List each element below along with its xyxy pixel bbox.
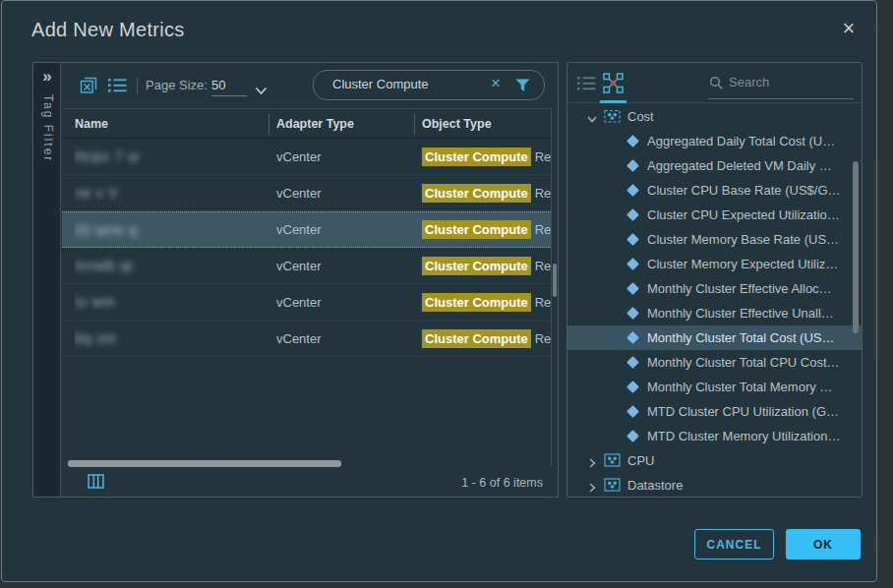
tree-metric-item[interactable]: Monthly Cluster Total CPU Cost… xyxy=(567,350,862,375)
column-divider[interactable] xyxy=(268,114,269,135)
object-table: Page Size: 50 Cluster Compute × xyxy=(62,63,558,497)
adapter-type-cell: vCenter xyxy=(276,212,404,247)
export-grid-icon[interactable] xyxy=(79,76,98,99)
expand-tag-filter-icon[interactable]: » xyxy=(33,67,61,87)
tree-vertical-scrollbar[interactable] xyxy=(853,161,859,333)
column-header-object[interactable]: Object Type xyxy=(422,109,492,138)
adapter-type-cell: vCenter xyxy=(276,175,404,210)
table-search-input[interactable]: Cluster Compute × xyxy=(313,70,545,100)
filter-funnel-icon[interactable] xyxy=(515,79,530,96)
chevron-right-icon[interactable] xyxy=(587,481,597,491)
tree-metric-item-selected[interactable]: Monthly Cluster Total Cost (US… xyxy=(567,325,862,350)
object-type-rest: Re… xyxy=(535,259,551,273)
table-row[interactable]: rw v V vCenter Cluster ComputeRe… xyxy=(62,175,551,211)
tree-search-input[interactable]: Search xyxy=(729,75,769,89)
metric-diamond-icon xyxy=(626,208,639,221)
object-type-rest: Re… xyxy=(535,149,551,164)
metric-diamond-icon xyxy=(626,356,639,369)
tree-metric-item[interactable]: Aggregated Deleted VM Daily … xyxy=(567,153,862,178)
metric-diamond-icon xyxy=(626,307,639,320)
metric-label: MTD Cluster CPU Utilization (G… xyxy=(647,404,839,419)
object-type-rest: Re… xyxy=(535,331,551,346)
tree-metric-item[interactable]: Cluster CPU Expected Utilizatio… xyxy=(567,203,862,227)
redacted-name: bq sm xyxy=(75,330,117,346)
view-list-icon[interactable] xyxy=(108,78,127,97)
add-new-metrics-dialog: Add New Metrics × » Tag Filter xyxy=(1,0,877,582)
metric-diamond-icon xyxy=(626,282,639,295)
metric-label: Monthly Cluster Total CPU Cost… xyxy=(647,355,840,370)
tag-filter-label: Tag Filter xyxy=(41,94,55,162)
table-row[interactable]: bq sm vCenter Cluster ComputeRe… xyxy=(62,321,551,357)
tree-metric-item[interactable]: MTD Cluster CPU Utilization (G… xyxy=(567,399,862,424)
table-row-selected[interactable]: ID wrm q vCenter Cluster ComputeRe… xyxy=(62,211,551,248)
table-row[interactable]: tv wm vCenter Cluster ComputeRe… xyxy=(62,284,551,321)
tree-metric-item[interactable]: Monthly Cluster Effective Alloc… xyxy=(567,276,862,301)
object-type-rest: Re… xyxy=(535,295,551,310)
metric-diamond-icon xyxy=(626,135,639,147)
columns-picker-icon[interactable] xyxy=(88,474,104,493)
adapter-type-cell: vCenter xyxy=(276,248,404,283)
metric-label: Monthly Cluster Total Memory … xyxy=(647,380,832,394)
table-horizontal-scrollbar[interactable] xyxy=(68,460,341,467)
metric-diamond-icon xyxy=(626,258,639,270)
search-match-highlight: Cluster Compute xyxy=(422,220,531,239)
metric-label: Aggregated Deleted VM Daily … xyxy=(647,158,832,173)
tree-metric-item[interactable]: Cluster Memory Base Rate (US… xyxy=(567,227,862,252)
table-vertical-scrollbar[interactable] xyxy=(553,264,557,297)
search-match-highlight: Cluster Compute xyxy=(422,329,531,348)
tree-metric-item[interactable]: Aggregated Daily Total Cost (U… xyxy=(567,129,862,153)
metric-diamond-icon xyxy=(626,430,639,442)
chevron-down-icon[interactable] xyxy=(587,112,597,122)
tree-metric-item[interactable]: Monthly Cluster Total Memory … xyxy=(567,375,862,399)
tree-metric-item[interactable]: Monthly Cluster Effective Unall… xyxy=(567,301,862,325)
metric-diamond-icon xyxy=(626,381,639,393)
object-table-panel: » Tag Filter xyxy=(32,62,559,498)
metric-diamond-icon xyxy=(626,159,639,172)
tree-group-cost[interactable]: Cost xyxy=(567,104,862,129)
metric-label: Monthly Cluster Effective Alloc… xyxy=(647,281,832,296)
tag-filter-sidebar[interactable]: » Tag Filter xyxy=(33,63,61,497)
column-divider[interactable] xyxy=(414,114,415,135)
pagination-count: 1 - 6 of 6 items xyxy=(461,476,543,490)
table-footer: 1 - 6 of 6 items xyxy=(62,470,558,497)
group-label: Datastore xyxy=(627,478,683,493)
table-toolbar: Page Size: 50 Cluster Compute × xyxy=(62,63,558,108)
cancel-button[interactable]: CANCEL xyxy=(694,529,774,559)
adapter-type-cell: vCenter xyxy=(276,139,404,174)
clear-search-icon[interactable]: × xyxy=(491,74,501,93)
metric-diamond-icon xyxy=(626,405,639,418)
metric-label: Cluster CPU Base Rate (US$/G… xyxy=(647,183,841,198)
table-row[interactable]: mnwb qr vCenter Cluster ComputeRe… xyxy=(62,248,551,284)
chevron-down-icon[interactable] xyxy=(255,82,268,99)
close-icon[interactable]: × xyxy=(837,17,861,40)
table-search-value: Cluster Compute xyxy=(332,77,429,91)
column-header-adapter[interactable]: Adapter Type xyxy=(276,109,354,138)
chevron-right-icon[interactable] xyxy=(587,456,597,466)
dialog-actions: CANCEL OK xyxy=(694,529,861,559)
table-row[interactable]: Hcpv 7 w vCenter Cluster ComputeRe… xyxy=(62,139,551,175)
tree-group-datastore[interactable]: Datastore xyxy=(567,473,862,498)
search-match-highlight: Cluster Compute xyxy=(422,293,531,312)
view-list-icon[interactable] xyxy=(577,76,596,95)
object-type-rest: Re… xyxy=(535,222,551,237)
tree-metric-item[interactable]: Cluster CPU Base Rate (US$/G… xyxy=(567,178,862,203)
metric-tree-panel: Search Cost xyxy=(566,62,863,498)
ok-button[interactable]: OK xyxy=(786,529,861,559)
search-match-highlight: Cluster Compute xyxy=(422,257,531,275)
tree-search-underline xyxy=(708,98,854,99)
metric-graph-icon[interactable] xyxy=(603,73,624,97)
object-type-rest: Re… xyxy=(535,186,551,201)
tree-group-cpu[interactable]: CPU xyxy=(567,448,862,473)
metric-group-icon xyxy=(604,452,621,470)
metric-group-icon xyxy=(604,477,621,495)
tree-toolbar: Search xyxy=(567,63,862,103)
redacted-name: rw v V xyxy=(75,185,119,201)
page-size-select[interactable]: 50 xyxy=(211,78,247,96)
metric-diamond-icon xyxy=(626,331,639,344)
tree-metric-item[interactable]: MTD Cluster Memory Utilization… xyxy=(567,424,862,448)
column-header-name[interactable]: Name xyxy=(75,109,108,138)
tree-metric-item[interactable]: Cluster Memory Expected Utiliz… xyxy=(567,252,862,276)
dialog-title: Add New Metrics xyxy=(31,19,185,41)
redacted-name: mnwb qr xyxy=(75,258,135,273)
table-header-row: Name Adapter Type Object Type xyxy=(62,108,551,139)
